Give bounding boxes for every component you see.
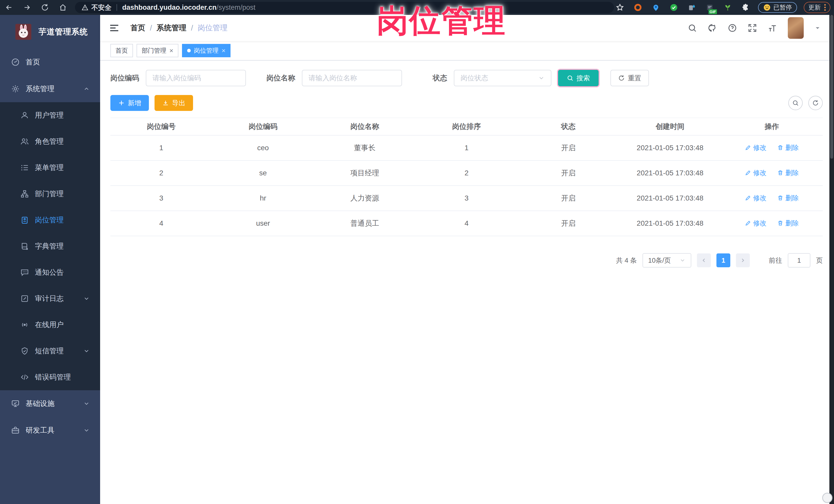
browser-reload-button[interactable] — [36, 0, 54, 15]
sidebar-item-online-users[interactable]: 在线用户 — [0, 312, 100, 338]
delete-link[interactable]: 删除 — [777, 194, 799, 202]
active-dot — [187, 49, 191, 52]
system-submenu: 用户管理 角色管理 菜单管理 部门管理 — [0, 102, 100, 390]
sidebar-item-audit-log[interactable]: 审计日志 — [0, 285, 100, 312]
page-scrollbar[interactable] — [829, 15, 834, 504]
search-icon — [567, 75, 573, 81]
gear-icon — [11, 85, 20, 93]
trash-icon — [777, 145, 784, 151]
breadcrumb-home[interactable]: 首页 — [130, 23, 145, 33]
browser-update-button[interactable]: 更新 — [804, 2, 830, 13]
sidebar-item-users[interactable]: 用户管理 — [0, 102, 100, 128]
hide-search-button[interactable] — [788, 96, 803, 110]
browser-menu-icon[interactable] — [824, 4, 826, 11]
edit-note-icon — [20, 294, 29, 303]
sidebar-item-dictionary[interactable]: 字典管理 — [0, 233, 100, 259]
caret-down-icon[interactable] — [814, 25, 821, 31]
paused-extension-pill[interactable]: 已暂停 — [758, 2, 797, 13]
sidebar-item-menus[interactable]: 菜单管理 — [0, 155, 100, 181]
search-icon[interactable] — [688, 23, 697, 32]
extension-plant-icon[interactable] — [722, 2, 733, 13]
trash-icon — [777, 170, 784, 176]
url-divider — [116, 4, 117, 11]
sidebar-item-posts[interactable]: 岗位管理 — [0, 207, 100, 233]
edit-link[interactable]: 修改 — [745, 219, 767, 228]
extensions-puzzle-icon[interactable] — [740, 2, 751, 13]
add-button[interactable]: 新增 — [110, 95, 149, 111]
users-group-icon — [20, 137, 29, 146]
goto-page-input[interactable] — [788, 253, 810, 267]
menu-list-icon — [20, 163, 29, 172]
tab-home[interactable]: 首页 — [110, 44, 133, 57]
chevron-down-icon — [83, 348, 90, 354]
delete-link[interactable]: 删除 — [777, 143, 799, 152]
user-avatar[interactable] — [788, 17, 804, 39]
status-select[interactable]: 岗位状态 — [454, 70, 551, 86]
edit-link[interactable]: 修改 — [745, 194, 767, 202]
refresh-icon — [812, 100, 819, 106]
next-page-button[interactable] — [736, 254, 750, 267]
edit-icon — [745, 145, 751, 151]
extension-green-check-icon[interactable] — [668, 2, 679, 13]
sidebar-item-departments[interactable]: 部门管理 — [0, 181, 100, 207]
font-size-icon[interactable] — [768, 23, 777, 32]
url-domain: dashboard.yudao.iocoder.cn — [122, 4, 217, 12]
delete-link[interactable]: 删除 — [777, 169, 799, 177]
help-icon[interactable] — [728, 23, 737, 32]
reset-button[interactable]: 重置 — [610, 70, 649, 86]
tab-post[interactable]: 岗位管理 × — [182, 44, 231, 57]
search-button[interactable]: 搜索 — [558, 70, 599, 86]
extension-location-pin-icon[interactable] — [650, 2, 661, 13]
close-icon[interactable]: × — [221, 47, 225, 54]
browser-back-button[interactable] — [0, 0, 18, 15]
breadcrumb-system[interactable]: 系统管理 — [157, 23, 186, 33]
sidebar-item-roles[interactable]: 角色管理 — [0, 128, 100, 155]
not-secure-warning-icon — [82, 4, 88, 11]
sidebar-item-error-codes[interactable]: 错误码管理 — [0, 364, 100, 390]
extension-orange-ring-icon[interactable] — [632, 2, 643, 13]
app-logo — [15, 24, 32, 40]
refresh-button[interactable] — [808, 96, 823, 110]
page-size-select[interactable]: 10条/页 — [642, 253, 691, 267]
browser-home-button[interactable] — [54, 0, 72, 15]
table-row: 3 hr 人力资源 3 开启 2021-01-05 17:03:48 修改 删除 — [110, 185, 823, 211]
github-icon[interactable] — [708, 23, 717, 32]
sidebar: 芋道管理系统 首页 系统管理 用户管理 — [0, 15, 100, 504]
close-icon[interactable]: × — [170, 47, 173, 54]
floating-widget[interactable] — [822, 493, 832, 503]
chevron-right-icon — [740, 257, 746, 263]
refresh-icon — [618, 75, 625, 81]
extension-drop-icon[interactable] — [686, 2, 698, 13]
page-content: 岗位编码 岗位名称 状态 岗位状态 搜索 — [100, 61, 834, 504]
app-logo-row[interactable]: 芋道管理系统 — [0, 15, 100, 49]
paused-label: 已暂停 — [773, 3, 792, 12]
sidebar-item-notices[interactable]: 通知公告 — [0, 259, 100, 285]
sidebar-item-system[interactable]: 系统管理 — [0, 75, 100, 102]
sidebar-item-home[interactable]: 首页 — [0, 49, 100, 75]
app-header: 首页 / 系统管理 / 岗位管理 — [100, 15, 834, 41]
sidebar-item-sms[interactable]: 短信管理 — [0, 338, 100, 364]
delete-link[interactable]: 删除 — [777, 219, 799, 228]
chevron-down-icon — [538, 75, 545, 81]
tab-department[interactable]: 部门管理 × — [136, 44, 178, 57]
edit-link[interactable]: 修改 — [745, 169, 767, 177]
browser-forward-button[interactable] — [18, 0, 36, 15]
page-number-button[interactable]: 1 — [717, 254, 730, 267]
prev-page-button[interactable] — [697, 254, 711, 267]
bookmark-star-icon[interactable] — [614, 2, 626, 13]
sidebar-item-dev-tools[interactable]: 研发工具 — [0, 417, 100, 444]
fullscreen-icon[interactable] — [748, 23, 757, 32]
sidebar-item-infrastructure[interactable]: 基础设施 — [0, 390, 100, 417]
table-row: 4 user 普通员工 4 开启 2021-01-05 17:03:48 修改 … — [110, 211, 823, 236]
post-name-input[interactable] — [302, 70, 402, 86]
export-button[interactable]: 导出 — [155, 95, 193, 111]
edit-link[interactable]: 修改 — [745, 143, 767, 152]
table-row: 2 se 项目经理 2 开启 2021-01-05 17:03:48 修改 删除 — [110, 160, 823, 185]
extension-gif-tool-icon[interactable]: GIF — [704, 2, 716, 13]
post-code-input[interactable] — [146, 70, 246, 86]
address-bar[interactable]: 不安全 dashboard.yudao.iocoder.cn /system/p… — [75, 2, 614, 13]
toolbox-icon — [11, 426, 20, 435]
table-header-row: 岗位编号 岗位编码 岗位名称 岗位排序 状态 创建时间 操作 — [110, 118, 823, 135]
breadcrumb: 首页 / 系统管理 / 岗位管理 — [130, 23, 227, 33]
sidebar-toggle-icon[interactable] — [109, 23, 119, 34]
